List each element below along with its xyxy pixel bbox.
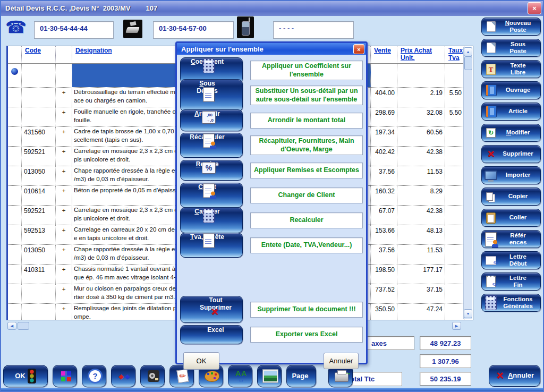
dialog-danger-section: Tout Supprimer Supprimer Tout le documen… <box>180 297 363 347</box>
cell-taux-tva <box>445 225 464 244</box>
sidebar-button[interactable]: Modifier <box>481 124 541 142</box>
sidebar-button-icon <box>486 212 496 224</box>
sidebar-button[interactable]: Ouvrage <box>481 81 541 99</box>
dialog-action-button[interactable]: Récapituler <box>180 133 243 158</box>
sidebar-button-label: Texte Libre <box>498 62 538 76</box>
cell-expand[interactable] <box>56 64 72 87</box>
dialog-action-button[interactable]: Calculer <box>180 207 243 233</box>
sidebar-button-label: Supprimer <box>498 150 538 157</box>
phone-input[interactable]: 01-30-54-44-44 <box>34 21 114 39</box>
mobile-phone-icon <box>237 16 254 38</box>
dialog-action-description: Recalculer <box>250 212 363 228</box>
cell-expand[interactable]: + <box>56 284 72 303</box>
sidebar-button[interactable]: Texte Libre <box>481 60 541 78</box>
dialog-danger-row: Excel Exporter vers Excel <box>180 322 363 347</box>
cell-expand[interactable]: + <box>56 186 72 205</box>
dialog-action-row: Sous Détails Substituer Un sous-détail p… <box>180 83 363 108</box>
cell-vente: 37.56 <box>371 245 397 264</box>
apply-to-all-dialog: Appliquer sur l'ensemble × Coefficient A… <box>175 41 368 364</box>
sidebar-button[interactable]: Copier <box>481 188 541 206</box>
toolbar-button-icon <box>205 371 219 382</box>
vertical-scroll-thumb[interactable] <box>464 56 472 70</box>
sidebar-button[interactable]: Nouveau Poste <box>481 18 541 36</box>
header-taux-tva[interactable]: Taux Tva <box>445 46 464 63</box>
cell-expand[interactable]: + <box>56 304 72 320</box>
dialog-danger-row: Tout Supprimer Supprimer Tout le documen… <box>180 297 363 322</box>
dialog-action-button[interactable]: Client <box>180 183 243 208</box>
dialog-danger-button[interactable]: Tout Supprimer <box>180 296 243 323</box>
dialog-action-description: Appliquer Remises et Escomptes <box>250 163 363 178</box>
cell-vente: 197.34 <box>371 127 397 146</box>
cell-prix-achat: 8.29 <box>397 186 445 205</box>
dialog-ok-button[interactable]: OK <box>183 352 219 370</box>
scroll-left-icon[interactable]: ◀ <box>7 322 16 330</box>
cell-expand[interactable]: + <box>56 265 72 284</box>
toolbar-button[interactable] <box>111 365 135 387</box>
dialog-footer: OK Annuler <box>180 352 363 370</box>
cell-taux-tva <box>445 284 464 303</box>
scroll-down-icon[interactable]: ▼ <box>464 309 472 318</box>
dialog-danger-button[interactable]: Excel <box>180 325 243 344</box>
cell-expand[interactable]: + <box>56 166 72 185</box>
sidebar-button[interactable]: Coller <box>481 209 541 227</box>
toolbar-button[interactable] <box>53 365 77 387</box>
horizontal-scroll-thumb[interactable] <box>18 322 29 330</box>
sidebar-button[interactable]: Importer <box>481 166 541 184</box>
scroll-up-icon[interactable]: ▲ <box>464 47 472 56</box>
cancel-button[interactable]: Annuler <box>489 365 540 387</box>
cell-expand[interactable]: + <box>56 206 72 225</box>
dialog-action-button[interactable]: Remise <box>180 160 243 181</box>
cell-code: 013050 <box>22 166 56 185</box>
sidebar-button[interactable]: Lettre Fin <box>481 272 541 291</box>
cell-expand[interactable]: + <box>56 147 72 166</box>
cell-prix-achat: 32.08 <box>397 107 445 126</box>
dialog-close-button[interactable]: × <box>353 44 364 54</box>
sidebar-button[interactable]: Fonctions Générales <box>481 294 541 312</box>
cell-taux-tva <box>445 265 464 284</box>
cell-code <box>22 284 56 303</box>
cell-code: 592521 <box>22 147 56 166</box>
dialog-cancel-button[interactable]: Annuler <box>324 353 359 369</box>
sidebar-button-icon <box>486 276 496 287</box>
dialog-action-row: Tva, Entête Entete (Date, TVA,Vendeur...… <box>180 233 363 258</box>
sidebar-button-label: Fonctions Générales <box>498 296 538 310</box>
dialog-action-icon <box>203 234 215 248</box>
cell-expand[interactable]: + <box>56 127 72 146</box>
sidebar-button[interactable]: Lettre Début <box>481 251 541 269</box>
cell-vente: 402.42 <box>371 147 397 166</box>
cell-prix-achat: 60.56 <box>397 127 445 146</box>
sidebar-button[interactable]: Référ ences <box>481 230 541 248</box>
header-vente[interactable]: Vente <box>371 46 397 63</box>
fax-input[interactable]: 01-30-54-57-00 <box>153 21 234 39</box>
dialog-action-row: Remise Appliquer Remises et Escomptes <box>180 158 363 183</box>
scroll-right-icon[interactable]: ▶ <box>452 322 461 330</box>
toolbar-button[interactable]: OK <box>3 365 48 387</box>
cell-expand[interactable]: + <box>56 225 72 244</box>
dialog-action-icon <box>203 208 215 223</box>
dialog-action-button[interactable]: Tva, Entête <box>180 233 243 258</box>
cell-selector <box>8 206 22 225</box>
header-code[interactable]: Code <box>22 46 56 63</box>
cell-expand[interactable]: + <box>56 245 72 264</box>
header-prix-achat[interactable]: Prix Achat Unit. <box>397 46 445 63</box>
window-close-button[interactable]: × <box>528 2 541 14</box>
cell-prix-achat: 2.19 <box>397 88 445 107</box>
sidebar-button-label: Sous Poste <box>498 41 538 55</box>
dialog-action-icon <box>203 58 215 73</box>
dialog-action-button[interactable]: Sous Détails <box>180 79 243 112</box>
toolbar-button[interactable] <box>82 365 106 387</box>
cell-expand[interactable]: + <box>56 88 72 107</box>
cell-prix-achat: 47.24 <box>397 304 445 320</box>
cell-expand[interactable]: + <box>56 107 72 126</box>
vertical-scrollbar[interactable]: ▲ ▼ <box>463 47 472 319</box>
sidebar-button[interactable]: Supprimer <box>481 145 541 163</box>
dialog-action-button[interactable]: Arrondir <box>180 109 243 132</box>
mobile-input[interactable]: - - - - <box>273 21 354 39</box>
cell-selector <box>8 186 22 205</box>
sidebar-button[interactable]: Article <box>481 103 541 121</box>
cell-selector <box>8 88 22 107</box>
sidebar-button[interactable]: Sous Poste <box>481 39 541 57</box>
sidebar-button-icon <box>484 171 497 180</box>
toolbar-button[interactable] <box>140 365 165 387</box>
sidebar-button-icon <box>486 64 496 75</box>
